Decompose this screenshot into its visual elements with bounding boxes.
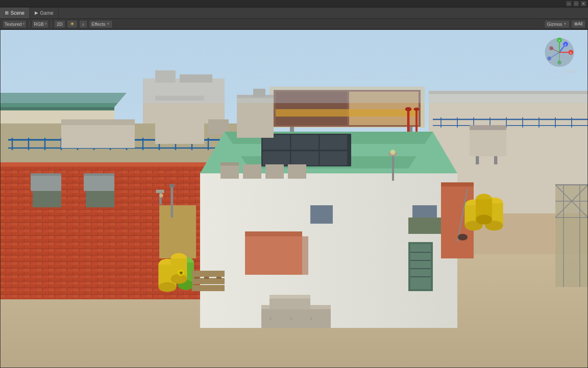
svg-rect-98	[220, 162, 239, 166]
svg-point-187	[549, 46, 553, 50]
tab-scene[interactable]: ⊞ Scene	[0, 7, 30, 18]
svg-rect-107	[408, 218, 441, 234]
svg-rect-164	[171, 185, 173, 218]
svg-rect-145	[192, 285, 225, 291]
gizmos-button[interactable]: Gizmos ▼	[544, 20, 570, 28]
svg-text:1: 1	[270, 316, 272, 321]
layers-button[interactable]: ⊕All	[571, 20, 586, 28]
svg-rect-97	[220, 164, 239, 179]
svg-rect-149	[261, 307, 298, 328]
shading-mode-label: Textured	[4, 22, 22, 27]
svg-text:Z: Z	[564, 43, 566, 47]
svg-rect-146	[194, 277, 199, 279]
svg-rect-109	[245, 231, 302, 236]
svg-rect-165	[169, 184, 174, 187]
shading-dropdown-arrow: ▾	[23, 22, 24, 26]
scene-viewport[interactable]: ☢ 1 1 1	[0, 29, 588, 368]
close-button[interactable]: ✕	[581, 1, 586, 7]
svg-rect-94	[263, 151, 290, 165]
svg-rect-99	[243, 164, 261, 179]
svg-point-104	[390, 150, 395, 155]
svg-rect-112	[310, 205, 333, 224]
game-tab-icon: ▶	[35, 10, 38, 16]
svg-point-37	[405, 107, 412, 111]
svg-text:☢: ☢	[179, 271, 183, 275]
effects-label: Effects	[92, 22, 105, 27]
svg-rect-42	[470, 125, 506, 130]
colorspace-label: RGB	[34, 22, 44, 27]
separator-2	[51, 21, 51, 27]
svg-rect-75	[61, 119, 135, 125]
svg-rect-114	[410, 244, 431, 289]
scene-tab-icon: ⊞	[5, 10, 9, 16]
svg-rect-120	[441, 182, 474, 186]
gizmos-dropdown-arrow: ▼	[564, 22, 567, 26]
game-tab-label: Game	[40, 10, 53, 16]
svg-rect-154	[270, 295, 310, 298]
shading-mode-dropdown[interactable]: Textured ▾	[2, 20, 27, 28]
svg-rect-19	[276, 109, 419, 117]
svg-rect-166	[31, 175, 61, 191]
orientation-gizmo[interactable]: Z Y X	[543, 36, 576, 69]
svg-rect-172	[0, 29, 588, 103]
persp-label: Persp	[565, 69, 577, 74]
svg-point-185	[547, 56, 551, 61]
window-controls: ─ □ ✕	[566, 1, 588, 7]
title-bar: ─ □ ✕	[0, 0, 588, 7]
audio-icon: ♪	[82, 22, 85, 27]
sun-icon-button[interactable]: ☀	[67, 20, 78, 28]
svg-rect-167	[31, 173, 61, 176]
svg-rect-44	[494, 156, 497, 164]
svg-rect-151	[298, 307, 331, 328]
layers-label: ⊕All	[574, 21, 583, 27]
svg-point-163	[159, 193, 163, 197]
svg-point-38	[414, 108, 419, 111]
colorspace-dropdown-arrow: ▾	[45, 22, 47, 26]
svg-rect-74	[61, 123, 135, 148]
gizmos-label: Gizmos	[547, 22, 562, 27]
scene-tab-label: Scene	[11, 10, 24, 16]
svg-rect-144	[192, 278, 225, 284]
svg-rect-11	[0, 107, 114, 110]
svg-rect-147	[204, 277, 209, 279]
effects-button[interactable]: Effects ▼	[89, 20, 113, 28]
svg-text:Y: Y	[558, 39, 561, 43]
svg-rect-101	[288, 164, 306, 179]
svg-point-134	[158, 282, 176, 292]
svg-rect-170	[155, 99, 204, 144]
svg-rect-148	[216, 277, 221, 279]
audio-button[interactable]: ♪	[79, 20, 87, 28]
svg-point-129	[476, 215, 492, 224]
tab-bar: ⊞ Scene ▶ Game	[0, 7, 588, 19]
svg-text:1: 1	[310, 316, 312, 321]
svg-rect-41	[470, 128, 506, 156]
toolbar-right: Gizmos ▼ ⊕All	[544, 20, 586, 28]
svg-text:1: 1	[290, 316, 292, 321]
svg-rect-168	[84, 175, 114, 191]
svg-rect-43	[476, 156, 479, 164]
effects-dropdown-arrow: ▼	[107, 22, 110, 26]
svg-rect-102	[392, 156, 394, 181]
svg-rect-110	[302, 236, 308, 275]
svg-rect-153	[270, 297, 310, 310]
svg-rect-169	[84, 173, 114, 176]
svg-rect-96	[320, 151, 347, 165]
svg-rect-143	[192, 271, 225, 277]
svg-point-140	[171, 274, 187, 284]
toolbar: Textured ▾ RGB ▾ 2D ☀ ♪ Effects ▼ Gizmos…	[0, 19, 588, 29]
separator-1	[29, 21, 29, 27]
svg-rect-100	[265, 164, 284, 179]
view2d-label: 2D	[57, 22, 62, 27]
minimize-button[interactable]: ─	[566, 1, 572, 7]
svg-rect-95	[291, 151, 318, 165]
svg-point-189	[557, 61, 561, 65]
sun-icon: ☀	[70, 21, 75, 27]
colorspace-dropdown[interactable]: RGB ▾	[32, 20, 49, 28]
view2d-button[interactable]: 2D	[54, 20, 65, 28]
svg-rect-84	[159, 205, 196, 258]
maximize-button[interactable]: □	[573, 1, 579, 7]
svg-rect-93	[320, 135, 347, 150]
svg-rect-162	[156, 190, 164, 193]
svg-rect-45	[555, 185, 588, 287]
tab-game[interactable]: ▶ Game	[30, 7, 59, 18]
